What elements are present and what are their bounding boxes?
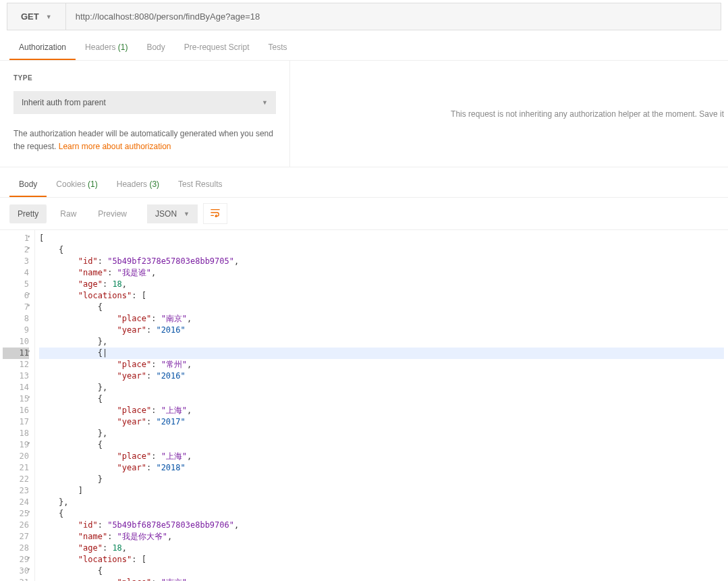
code-line[interactable]: { [39, 508, 724, 520]
code-line[interactable]: "place": "常州", [39, 359, 724, 370]
auth-type-label: TYPE [13, 74, 276, 82]
code-line[interactable]: "place": "南京", [39, 313, 724, 325]
code-line[interactable]: "year": "2016" [39, 325, 724, 336]
response-toolbar: Pretty Raw Preview JSON ▼ [0, 198, 728, 230]
format-value: JSON [155, 209, 177, 219]
resp-tab-body[interactable]: Body [9, 173, 47, 197]
url-input[interactable]: http://localhost:8080/person/findByAge?a… [66, 3, 721, 30]
http-method-select[interactable]: GET ▼ [7, 3, 66, 30]
resp-tab-headers[interactable]: Headers (3) [107, 173, 169, 197]
line-gutter: 1234567891011121314151617181920212223242… [0, 230, 35, 581]
wrap-lines-button[interactable] [203, 203, 227, 224]
tab-body[interactable]: Body [137, 36, 174, 60]
format-select[interactable]: JSON ▼ [147, 204, 198, 223]
view-pretty-button[interactable]: Pretty [9, 204, 47, 223]
tab-tests[interactable]: Tests [258, 36, 296, 60]
code-line[interactable]: } [39, 474, 724, 485]
tab-authorization[interactable]: Authorization [9, 36, 76, 60]
chevron-down-icon: ▼ [184, 211, 190, 217]
code-line[interactable]: "locations": [ [39, 290, 724, 302]
code-line[interactable]: { [39, 244, 724, 256]
code-line[interactable]: "age": 18, [39, 543, 724, 554]
code-line[interactable]: "locations": [ [39, 554, 724, 565]
view-raw-button[interactable]: Raw [52, 204, 84, 223]
resp-tab-cookies[interactable]: Cookies (1) [47, 173, 107, 197]
wrap-icon [211, 208, 220, 217]
code-line[interactable]: "year": "2017" [39, 416, 724, 428]
code-line[interactable]: "place": "上海", [39, 405, 724, 416]
code-line[interactable]: { [39, 393, 724, 405]
code-content[interactable]: [ { "id": "5b49bf2378e57803e8bb9705", "n… [35, 230, 728, 581]
auth-left: TYPE Inherit auth from parent ▼ The auth… [0, 61, 290, 167]
auth-description: The authorization header will be automat… [13, 128, 276, 153]
code-line[interactable]: "age": 18, [39, 279, 724, 290]
code-line[interactable]: "year": "2018" [39, 462, 724, 474]
auth-type-value: Inherit auth from parent [22, 98, 106, 107]
code-line[interactable]: }, [39, 497, 724, 508]
resp-tab-testresults[interactable]: Test Results [169, 173, 231, 197]
request-bar: GET ▼ http://localhost:8080/person/findB… [7, 3, 721, 30]
code-line[interactable]: }, [39, 382, 724, 393]
code-line[interactable]: ] [39, 485, 724, 497]
auth-type-select[interactable]: Inherit auth from parent ▼ [13, 91, 276, 114]
code-line[interactable]: }, [39, 336, 724, 348]
response-body[interactable]: 1234567891011121314151617181920212223242… [0, 230, 728, 581]
code-line[interactable]: { [39, 302, 724, 313]
auth-inherit-message: This request is not inheriting any autho… [290, 61, 728, 167]
chevron-down-icon: ▼ [46, 13, 52, 20]
tab-headers[interactable]: Headers (1) [76, 36, 137, 60]
code-line[interactable]: "year": "2016" [39, 370, 724, 382]
code-line[interactable]: "name": "我是谁", [39, 267, 724, 279]
code-line[interactable]: "place": "南京", [39, 577, 724, 581]
authorization-panel: TYPE Inherit auth from parent ▼ The auth… [0, 61, 728, 167]
request-tabs: Authorization Headers (1) Body Pre-reque… [0, 36, 728, 61]
learn-more-link[interactable]: Learn more about authorization [59, 142, 171, 151]
code-line[interactable]: { [39, 439, 724, 451]
code-line[interactable]: "id": "5b49bf2378e57803e8bb9705", [39, 256, 724, 267]
view-preview-button[interactable]: Preview [90, 204, 135, 223]
chevron-down-icon: ▼ [262, 99, 268, 106]
code-line[interactable]: [ [39, 233, 724, 244]
code-line[interactable]: {| [39, 348, 724, 359]
code-line[interactable]: "id": "5b49bf6878e57803e8bb9706", [39, 520, 724, 531]
code-line[interactable]: "place": "上海", [39, 451, 724, 462]
code-line[interactable]: "name": "我是你大爷", [39, 531, 724, 543]
http-method-label: GET [21, 11, 39, 22]
response-tabs: Body Cookies (1) Headers (3) Test Result… [0, 173, 728, 198]
code-line[interactable]: { [39, 565, 724, 577]
code-line[interactable]: }, [39, 428, 724, 439]
tab-prerequest[interactable]: Pre-request Script [175, 36, 259, 60]
